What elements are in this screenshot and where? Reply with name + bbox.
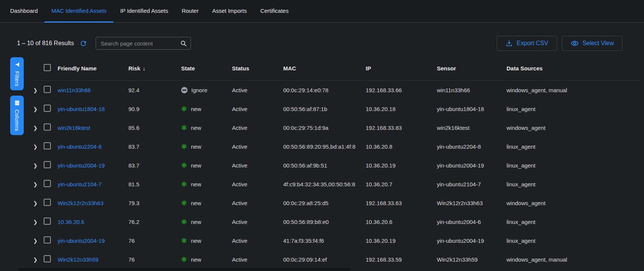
row-checkbox[interactable] <box>44 180 51 187</box>
column-header-data-sources[interactable]: Data Sources <box>507 65 640 72</box>
nav-tab[interactable]: Certificates <box>253 0 295 23</box>
nav-tab-label: MAC Identified Assets <box>51 8 107 14</box>
state-icon: ✱ <box>181 143 187 150</box>
friendly-name-link[interactable]: Win2k12r2n33h63 <box>58 200 104 206</box>
expand-chevron-icon[interactable]: ❯ <box>33 238 38 244</box>
select-all-checkbox[interactable] <box>44 64 51 71</box>
sensor-value: Win2k12n33h59 <box>437 256 507 263</box>
state-label: new <box>191 200 201 206</box>
expand-chevron-icon[interactable]: ❯ <box>33 125 38 131</box>
row-checkbox[interactable] <box>44 142 51 149</box>
columns-panel-button[interactable]: Columns <box>10 96 24 135</box>
friendly-name-link[interactable]: yin-ubuntu2004-19 <box>58 238 105 244</box>
select-view-button[interactable]: Select View <box>562 36 623 51</box>
column-header-ip[interactable]: IP <box>366 65 437 72</box>
state-icon <box>181 87 188 93</box>
nav-tab[interactable]: Dashboard <box>3 0 44 23</box>
risk-value: 76.2 <box>128 219 181 225</box>
sensor-value: yin-ubuntu2004-19 <box>437 162 507 169</box>
expand-chevron-icon[interactable]: ❯ <box>33 163 38 169</box>
expand-chevron-icon[interactable]: ❯ <box>33 181 38 187</box>
status-value: Active <box>232 200 283 206</box>
search-input[interactable] <box>96 40 180 47</box>
friendly-name-link[interactable]: yin-ubuntu2204-8 <box>58 143 102 150</box>
sensor-value: win11n33h66 <box>437 87 507 93</box>
state-icon: ✱ <box>181 238 187 244</box>
state-label: new <box>191 238 201 244</box>
nav-tab[interactable]: IP Identified Assets <box>113 0 175 23</box>
results-count: 1 – 10 of 816 Results <box>17 40 74 47</box>
table-row: ❯ 10.36.20.6 76.2 ✱ new Active 00:50:56:… <box>33 212 640 231</box>
filters-panel-button[interactable]: Filters <box>10 57 24 90</box>
nav-tab[interactable]: Router <box>175 0 205 23</box>
column-header-status[interactable]: Status <box>232 65 283 72</box>
mac-address: 00:0c:29:14:e0:78 <box>283 87 366 93</box>
columns-label: Columns <box>14 110 20 131</box>
row-checkbox[interactable] <box>44 105 51 112</box>
row-checkbox[interactable] <box>44 236 51 244</box>
horizontal-scrollbar-thumb[interactable] <box>18 268 350 271</box>
status-value: Active <box>232 256 283 263</box>
row-checkbox[interactable] <box>44 161 51 168</box>
table-row: ❯ yin-ubuntu2004-19 83.7 ✱ new Active 00… <box>33 156 640 175</box>
row-checkbox[interactable] <box>44 218 51 225</box>
risk-value: 83.7 <box>128 143 181 150</box>
expand-chevron-icon[interactable]: ❯ <box>33 144 38 150</box>
row-checkbox[interactable] <box>44 255 51 262</box>
search-icon[interactable] <box>180 40 187 47</box>
friendly-name-link[interactable]: win11n33h66 <box>58 87 91 93</box>
friendly-name-link[interactable]: win2k16ktest <box>58 125 90 131</box>
sensor-value: yin-ubuntu2004-6 <box>437 219 507 225</box>
column-header-mac[interactable]: MAC <box>283 65 366 72</box>
ip-address: 10.36.20.18 <box>366 106 437 112</box>
table-row: ❯ win11n33h66 92.4 Ignore Active 00:0c:2… <box>33 81 640 99</box>
mac-address: 00:50:56:af:87:1b <box>283 106 366 112</box>
column-header-sensor[interactable]: Sensor <box>437 65 507 72</box>
row-checkbox[interactable] <box>44 199 51 206</box>
data-sources-value: windows_agent <box>507 125 640 131</box>
state-icon: ✱ <box>181 200 187 206</box>
risk-value: 76 <box>128 238 181 244</box>
expand-chevron-icon[interactable]: ❯ <box>33 106 38 112</box>
status-value: Active <box>232 238 283 244</box>
row-checkbox[interactable] <box>44 86 51 93</box>
risk-value: 92.4 <box>128 87 181 93</box>
state-label: new <box>191 106 201 112</box>
friendly-name-link[interactable]: 10.36.20.6 <box>58 219 84 225</box>
state-label: new <box>191 219 201 225</box>
friendly-name-link[interactable]: Win2k12n33h59 <box>58 256 98 263</box>
ip-address: 10.36.20.7 <box>366 181 437 187</box>
state-label: new <box>191 143 201 150</box>
risk-value: 76 <box>128 256 181 263</box>
expand-chevron-icon[interactable]: ❯ <box>33 219 38 225</box>
toolbar: 1 – 10 of 816 Results Export CSV <box>0 36 644 51</box>
nav-tab[interactable]: MAC Identified Assets <box>44 0 113 23</box>
state-icon: ✱ <box>181 219 187 225</box>
column-header-friendly-name[interactable]: Friendly Name <box>58 65 128 72</box>
data-sources-value: windows_agent <box>507 200 640 206</box>
table-body: ❯ win11n33h66 92.4 Ignore Active 00:0c:2… <box>33 81 640 269</box>
row-checkbox[interactable] <box>44 123 51 131</box>
refresh-button[interactable] <box>79 39 87 47</box>
columns-icon <box>14 100 20 106</box>
friendly-name-link[interactable]: yin-ubuntu2004-19 <box>58 162 105 169</box>
state-label: new <box>191 162 201 169</box>
export-csv-button[interactable]: Export CSV <box>497 36 557 51</box>
data-sources-value: windows_agent, manual <box>507 87 640 93</box>
expand-chevron-icon[interactable]: ❯ <box>33 257 38 263</box>
eye-icon <box>571 39 579 47</box>
expand-chevron-icon[interactable]: ❯ <box>33 87 38 93</box>
column-header-state[interactable]: State <box>181 65 232 72</box>
table-row: ❯ win2k16ktest 85.6 ✱ new Active 00:0c:2… <box>33 118 640 137</box>
mac-address: 00:50:56:af:9b:51 <box>283 162 366 169</box>
expand-chevron-icon[interactable]: ❯ <box>33 200 38 206</box>
nav-tab-label: IP Identified Assets <box>120 8 168 14</box>
nav-tab[interactable]: Asset Imports <box>205 0 253 23</box>
table-row: ❯ yin-ubuntu2104-7 81.5 ✱ new Active 4f:… <box>33 175 640 193</box>
data-sources-value: linux_agent <box>507 181 640 187</box>
friendly-name-link[interactable]: yin-ubuntu2104-7 <box>58 181 102 187</box>
risk-value: 85.6 <box>128 125 181 131</box>
sensor-value: yin-ubuntu2004-19 <box>437 238 507 244</box>
column-header-risk[interactable]: Risk↓ <box>128 65 181 72</box>
friendly-name-link[interactable]: yin-ubuntu1804-18 <box>58 106 105 112</box>
